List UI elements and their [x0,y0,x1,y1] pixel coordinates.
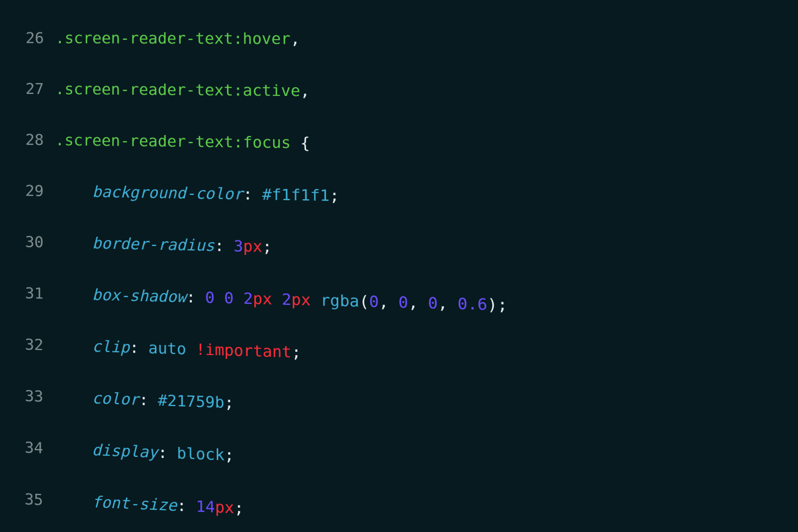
line-number: 28 [3,127,44,153]
line-number: 26 [3,25,44,51]
semicolon: ; [224,446,234,465]
css-unit: px [291,290,311,309]
css-func: rgba [320,291,359,311]
code-line[interactable]: box-shadow: 0 0 2px 2px rgba(0, 0, 0, 0.… [55,281,508,318]
css-unit: px [253,290,272,308]
css-number: 2 [243,289,253,308]
semicolon: ; [330,186,339,205]
comma: , [300,81,310,100]
code-content[interactable]: .screen-reader-text:hover, .screen-reade… [55,0,510,532]
colon: : [139,391,148,409]
line-number: 31 [2,280,44,306]
css-number: 0 [369,292,379,311]
css-number: 3 [233,237,243,255]
css-pseudo: :active [233,81,300,100]
line-number: 29 [3,178,44,204]
css-number: 0 [224,289,234,307]
css-important: !important [196,340,291,361]
css-number: 0 [398,293,408,312]
code-line[interactable]: font-size: 14px; [55,488,509,532]
colon: : [215,237,224,255]
paren-close: ) [487,295,498,314]
css-selector: .screen-reader-text [55,80,233,99]
code-line[interactable]: .screen-reader-text:hover, [55,25,505,53]
line-number: 32 [2,331,44,358]
line-number: 35 [2,485,43,513]
css-number: 2 [282,290,291,309]
line-number-gutter: 26 27 28 29 30 31 32 33 34 35 36 37 38 3… [2,0,55,532]
css-value: #21759b [158,391,224,411]
colon: : [158,443,167,462]
line-number: 33 [2,382,43,410]
css-value: auto [148,339,186,358]
semicolon: ; [497,295,507,314]
css-value: block [177,444,224,464]
code-line[interactable]: clip: auto !important; [55,332,508,372]
css-pseudo: :focus [233,133,291,152]
css-number: 0 [428,293,438,312]
css-property: font-size [92,493,177,514]
css-property: border-radius [92,234,214,255]
line-number: 34 [2,434,43,461]
semicolon: ; [291,343,301,362]
code-line[interactable]: .screen-reader-text:focus { [55,127,506,159]
code-line[interactable]: color: #21759b; [55,384,508,425]
css-value: #f1f1f1 [262,185,330,205]
colon: : [243,185,253,203]
comma: , [290,30,300,48]
css-selector: .screen-reader-text [55,131,233,151]
brace-open: { [291,134,310,152]
css-property: color [92,389,139,409]
css-pseudo: :hover [233,30,290,48]
code-line[interactable]: border-radius: 3px; [55,230,507,265]
code-line[interactable]: .screen-reader-text:active, [55,76,506,106]
css-property: clip [92,337,129,356]
colon: : [177,496,186,515]
css-selector: .screen-reader-text [55,29,233,48]
semicolon: ; [224,393,234,412]
code-line[interactable]: display: block; [55,436,508,479]
line-number: 30 [2,229,44,255]
css-number: 0.6 [457,294,487,314]
css-property: box-shadow [92,286,186,306]
css-unit: px [215,498,234,517]
semicolon: ; [262,237,272,256]
code-line[interactable]: background-color: #f1f1f1; [55,179,507,212]
css-unit: px [243,237,262,256]
code-editor[interactable]: 26 27 28 29 30 31 32 33 34 35 36 37 38 3… [0,0,798,532]
colon: : [186,288,196,306]
css-property: display [92,441,158,461]
css-number: 14 [196,497,215,516]
paren-open: ( [359,292,369,311]
semicolon: ; [234,498,244,517]
line-number: 27 [3,76,44,102]
css-property: background-color [92,183,243,203]
colon: : [129,338,139,357]
css-number: 0 [205,288,215,307]
